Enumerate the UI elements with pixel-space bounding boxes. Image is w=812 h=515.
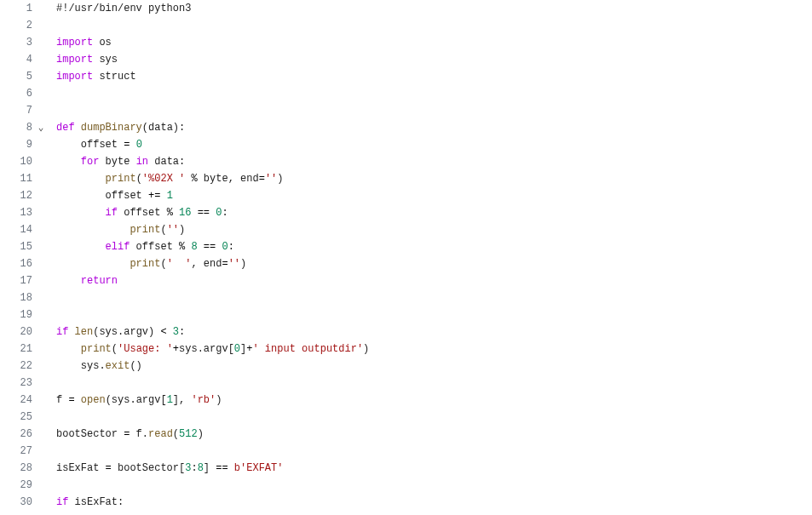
chevron-down-icon[interactable]: ⌄ bbox=[38, 119, 44, 136]
code-line[interactable]: 19 bbox=[0, 306, 812, 323]
line-number[interactable]: 26 bbox=[0, 426, 32, 443]
code-content[interactable]: isExFat = bootSector[3:8] == b'EXFAT' bbox=[49, 460, 283, 477]
code-line[interactable]: 26bootSector = f.read(512) bbox=[0, 426, 812, 443]
fold-gutter[interactable]: ⌄ bbox=[32, 119, 49, 136]
token-kw: if bbox=[106, 207, 118, 219]
token-nm bbox=[167, 326, 173, 338]
code-content[interactable]: if offset % 16 == 0: bbox=[49, 204, 228, 221]
line-number[interactable]: 23 bbox=[0, 375, 32, 392]
code-content[interactable]: for byte in data: bbox=[49, 153, 185, 170]
code-line[interactable]: 5import struct bbox=[0, 68, 812, 85]
code-content[interactable]: import struct bbox=[49, 68, 136, 85]
code-line[interactable]: 4import sys bbox=[0, 51, 812, 68]
code-line[interactable]: 9 offset = 0 bbox=[0, 136, 812, 153]
line-number[interactable]: 13 bbox=[0, 204, 32, 221]
code-line[interactable]: 29 bbox=[0, 477, 812, 494]
code-content[interactable]: print('Usage: '+sys.argv[0]+' input outp… bbox=[49, 340, 369, 358]
code-line[interactable]: 20if len(sys.argv) < 3: bbox=[0, 323, 812, 340]
line-number[interactable]: 6 bbox=[0, 85, 32, 102]
line-number[interactable]: 4 bbox=[0, 51, 32, 68]
code-line[interactable]: 28isExFat = bootSector[3:8] == b'EXFAT' bbox=[0, 460, 812, 477]
code-line[interactable]: 10 for byte in data: bbox=[0, 153, 812, 170]
code-content[interactable]: print('%02X ' % byte, end='') bbox=[49, 170, 283, 187]
token-nm: bootSector[ bbox=[112, 462, 185, 474]
code-line[interactable]: 24f = open(sys.argv[1], 'rb') bbox=[0, 392, 812, 409]
line-number[interactable]: 9 bbox=[0, 136, 32, 153]
token-nm: ) bbox=[240, 258, 246, 270]
code-line[interactable]: 3import os bbox=[0, 34, 812, 51]
line-number[interactable]: 27 bbox=[0, 443, 32, 460]
token-nm: ) bbox=[179, 224, 185, 236]
code-line[interactable]: 15 elif offset % 8 == 0: bbox=[0, 238, 812, 255]
code-content[interactable]: offset += 1 bbox=[49, 187, 173, 204]
code-line[interactable]: 27 bbox=[0, 443, 812, 460]
line-number[interactable]: 16 bbox=[0, 255, 32, 272]
token-nm: sys bbox=[93, 54, 118, 66]
code-line[interactable]: 11 print('%02X ' % byte, end='') bbox=[0, 170, 812, 187]
line-number[interactable]: 30 bbox=[0, 494, 32, 511]
token-nm bbox=[56, 275, 81, 287]
line-number[interactable]: 20 bbox=[0, 323, 32, 340]
code-line[interactable]: 1#!/usr/bin/env python3 bbox=[0, 0, 812, 17]
line-number[interactable]: 15 bbox=[0, 238, 32, 255]
line-number[interactable]: 22 bbox=[0, 358, 32, 375]
token-op: = bbox=[106, 462, 112, 474]
code-line[interactable]: 18 bbox=[0, 289, 812, 306]
line-number[interactable]: 17 bbox=[0, 272, 32, 289]
line-number[interactable]: 8 bbox=[0, 119, 32, 136]
code-line[interactable]: 16 print(' ', end='') bbox=[0, 255, 812, 272]
code-content[interactable]: return bbox=[49, 272, 118, 289]
code-line[interactable]: 2 bbox=[0, 17, 812, 34]
code-content[interactable]: sys.exit() bbox=[49, 358, 142, 375]
code-content[interactable]: if len(sys.argv) < 3: bbox=[49, 323, 185, 340]
code-content[interactable]: offset = 0 bbox=[49, 136, 142, 153]
code-line[interactable]: 30if isExFat: bbox=[0, 494, 812, 511]
code-line[interactable]: 22 sys.exit() bbox=[0, 358, 812, 375]
line-number[interactable]: 19 bbox=[0, 306, 32, 323]
line-number[interactable]: 18 bbox=[0, 289, 32, 306]
code-content[interactable]: import os bbox=[49, 34, 112, 51]
line-number[interactable]: 28 bbox=[0, 460, 32, 477]
code-content[interactable]: if isExFat: bbox=[49, 494, 124, 511]
code-line[interactable]: 12 offset += 1 bbox=[0, 187, 812, 204]
line-number[interactable]: 24 bbox=[0, 392, 32, 409]
code-line[interactable]: 8⌄def dumpBinary(data): bbox=[0, 119, 812, 136]
token-nm bbox=[228, 462, 234, 474]
code-line[interactable]: 14 print('') bbox=[0, 221, 812, 238]
token-str: '' bbox=[167, 224, 179, 236]
code-content[interactable]: print(' ', end='') bbox=[49, 255, 246, 272]
line-number[interactable]: 1 bbox=[0, 0, 32, 17]
code-line[interactable]: 23 bbox=[0, 375, 812, 392]
code-line[interactable]: 6 bbox=[0, 85, 812, 102]
line-number[interactable]: 12 bbox=[0, 187, 32, 204]
code-line[interactable]: 21 print('Usage: '+sys.argv[0]+' input o… bbox=[0, 340, 812, 358]
code-editor[interactable]: 1#!/usr/bin/env python323import os4impor… bbox=[0, 0, 812, 511]
code-content[interactable]: def dumpBinary(data): bbox=[49, 119, 185, 136]
code-line[interactable]: 13 if offset % 16 == 0: bbox=[0, 204, 812, 221]
token-nm: os bbox=[93, 37, 112, 49]
line-number[interactable]: 10 bbox=[0, 153, 32, 170]
line-number[interactable]: 2 bbox=[0, 17, 32, 34]
token-nm: sys. bbox=[56, 360, 106, 372]
line-number[interactable]: 29 bbox=[0, 477, 32, 494]
line-number[interactable]: 11 bbox=[0, 170, 32, 187]
line-number[interactable]: 21 bbox=[0, 340, 32, 358]
code-line[interactable]: 17 return bbox=[0, 272, 812, 289]
code-content[interactable]: elif offset % 8 == 0: bbox=[49, 238, 234, 255]
line-number[interactable]: 5 bbox=[0, 68, 32, 85]
token-nm: : bbox=[228, 241, 234, 253]
code-content[interactable]: import sys bbox=[49, 51, 118, 68]
code-content[interactable]: #!/usr/bin/env python3 bbox=[49, 0, 191, 17]
line-number[interactable]: 7 bbox=[0, 102, 32, 119]
code-content[interactable]: print('') bbox=[49, 221, 185, 238]
line-number[interactable]: 3 bbox=[0, 34, 32, 51]
token-nm: : bbox=[191, 462, 197, 474]
line-number[interactable]: 25 bbox=[0, 409, 32, 426]
token-op: % bbox=[191, 173, 197, 185]
code-line[interactable]: 7 bbox=[0, 102, 812, 119]
code-content[interactable]: f = open(sys.argv[1], 'rb') bbox=[49, 392, 222, 409]
token-nm: ( bbox=[160, 224, 166, 236]
code-content[interactable]: bootSector = f.read(512) bbox=[49, 426, 204, 443]
code-line[interactable]: 25 bbox=[0, 409, 812, 426]
line-number[interactable]: 14 bbox=[0, 221, 32, 238]
